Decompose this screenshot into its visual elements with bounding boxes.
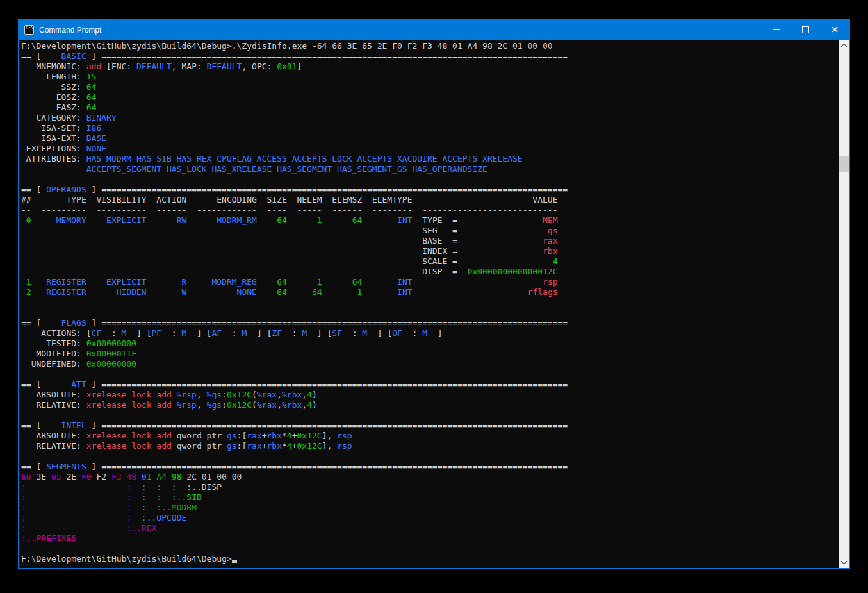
console-line: INDEX = rbx bbox=[21, 246, 839, 256]
console-line: RELATIVE: xrelease lock add %rsp, %gs:0x… bbox=[21, 400, 839, 410]
console-line bbox=[21, 308, 839, 318]
titlebar[interactable]: C:\ Command Prompt × bbox=[19, 20, 849, 40]
console-line bbox=[21, 410, 839, 421]
minimize-icon bbox=[773, 29, 780, 30]
console-line: EOSZ: 64 bbox=[21, 92, 839, 103]
console-line: == [ ATT ] =============================… bbox=[21, 380, 839, 390]
console-line: : : :..OPCODE bbox=[21, 513, 839, 523]
console-line: EASZ: 64 bbox=[21, 103, 839, 113]
console-line: SCALE = 4 bbox=[21, 256, 839, 267]
scroll-down-button[interactable] bbox=[839, 557, 849, 568]
console-line: ISA-SET: I86 bbox=[21, 123, 839, 133]
maximize-button[interactable] bbox=[790, 20, 820, 40]
console-line: == [ OPERANDS ] ========================… bbox=[21, 185, 839, 195]
console-line: -- --------- ---------- ------ ---------… bbox=[21, 205, 839, 215]
console-line bbox=[21, 451, 839, 462]
console-line: == [ SEGMENTS ] ========================… bbox=[21, 462, 839, 472]
command-prompt-window: C:\ Command Prompt × F:\Development\GitH… bbox=[18, 19, 850, 569]
console-line: SSZ: 64 bbox=[21, 82, 839, 92]
chevron-up-icon bbox=[841, 44, 848, 50]
console-line: 66 3E 65 2E F0 F2 F3 48 01 A4 98 2C 01 0… bbox=[21, 472, 839, 482]
console-line: UNDEFINED: 0x00000000 bbox=[21, 359, 839, 369]
console-line: -- --------- ---------- ------ ---------… bbox=[21, 297, 839, 308]
console-line: MODIFIED: 0x0000011F bbox=[21, 349, 839, 359]
console-line: 1 REGISTER EXPLICIT R MODRM_REG 64 1 64 … bbox=[21, 277, 839, 287]
console-output[interactable]: F:\Development\GitHub\zydis\Build64\Debu… bbox=[19, 40, 839, 568]
console-line: : : : :..MODRM bbox=[21, 503, 839, 513]
chevron-down-icon bbox=[841, 558, 848, 565]
console-line: DISP = 0x000000000000012C bbox=[21, 267, 839, 277]
console-line bbox=[21, 174, 839, 185]
console-line bbox=[21, 369, 839, 380]
console-line: 0 MEMORY EXPLICIT RW MODRM_RM 64 1 64 IN… bbox=[21, 215, 839, 226]
text-cursor bbox=[232, 555, 237, 563]
console-line: 2 REGISTER HIDDEN W NONE 64 64 1 INT rfl… bbox=[21, 287, 839, 297]
console-line: ABSOLUTE: xrelease lock add qword ptr gs… bbox=[21, 431, 839, 441]
close-button[interactable]: × bbox=[820, 20, 849, 40]
window-title: Command Prompt bbox=[39, 26, 101, 35]
console-line: ACCEPTS_SEGMENT HAS_LOCK HAS_XRELEASE HA… bbox=[21, 164, 839, 174]
scroll-up-button[interactable] bbox=[839, 40, 849, 51]
console-line: F:\Development\GitHub\zydis\Build64\Debu… bbox=[21, 554, 839, 564]
scrollbar-track[interactable] bbox=[839, 40, 849, 568]
console-line: EXCEPTIONS: NONE bbox=[21, 144, 839, 154]
console-line: TESTED: 0x00000000 bbox=[21, 338, 839, 349]
console-line: == [ INTEL ] ===========================… bbox=[21, 421, 839, 431]
console-line: SEG = gs bbox=[21, 226, 839, 236]
maximize-icon bbox=[802, 26, 809, 33]
scrollbar-thumb[interactable] bbox=[839, 156, 849, 172]
console-line: CATEGORY: BINARY bbox=[21, 113, 839, 123]
console-line: == [ BASIC ] ===========================… bbox=[21, 51, 839, 62]
console-line: == [ FLAGS ] ===========================… bbox=[21, 318, 839, 328]
console-line: LENGTH: 15 bbox=[21, 72, 839, 82]
minimize-button[interactable] bbox=[761, 20, 790, 40]
console-line: ABSOLUTE: xrelease lock add %rsp, %gs:0x… bbox=[21, 390, 839, 400]
console-line: ATTRIBUTES: HAS_MODRM HAS_SIB HAS_REX CP… bbox=[21, 154, 839, 164]
console-line: : :..REX bbox=[21, 523, 839, 533]
console-line: MNEMONIC: add [ENC: DEFAULT, MAP: DEFAUL… bbox=[21, 62, 839, 72]
cmd-icon: C:\ bbox=[24, 25, 34, 35]
console-line: F:\Development\GitHub\zydis\Build64\Debu… bbox=[21, 41, 839, 51]
console-line: ## TYPE VISIBILITY ACTION ENCODING SIZE … bbox=[21, 195, 839, 205]
close-icon: × bbox=[831, 25, 839, 35]
console-line: BASE = rax bbox=[21, 236, 839, 246]
console-line: : : : : : :..DISP bbox=[21, 482, 839, 492]
console-line: RELATIVE: xrelease lock add qword ptr gs… bbox=[21, 441, 839, 451]
console-line: ACTIONS: [CF : M ] [PF : M ] [AF : M ] [… bbox=[21, 328, 839, 338]
console-line: ISA-EXT: BASE bbox=[21, 133, 839, 144]
console-line: :..PREFIXES bbox=[21, 533, 839, 544]
console-line bbox=[21, 544, 839, 554]
console-line: : : : : :..SIB bbox=[21, 492, 839, 503]
